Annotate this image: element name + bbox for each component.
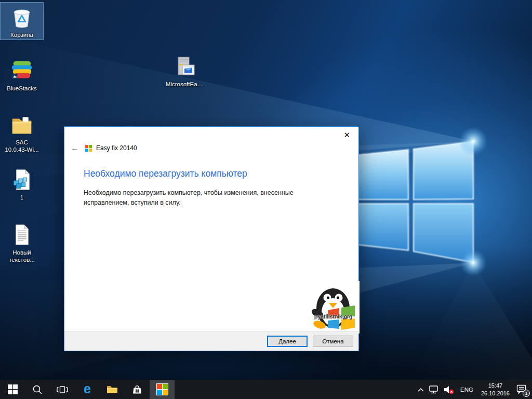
dialog-body-text: Необходимо перезагрузить компьютер, чтоб… [84, 188, 299, 208]
windows-start-icon [8, 384, 18, 394]
volume-button[interactable] [443, 380, 455, 399]
installer-icon [171, 54, 196, 79]
desktop-icon-label: SAC 10.0.43-Wi... [5, 139, 38, 154]
back-arrow-icon[interactable]: ← [71, 144, 81, 152]
watermark-text: pyatilistnik.org [307, 313, 360, 320]
desktop-icon-microsoft-easy-fix[interactable]: MicrosoftEa... [160, 52, 208, 89]
taskbar: e [0, 380, 532, 399]
search-icon [32, 384, 43, 395]
network-icon [428, 384, 440, 395]
volume-muted-icon [443, 384, 455, 395]
dialog-title: Easy fix 20140 [96, 144, 137, 152]
network-button[interactable] [428, 380, 440, 399]
folder-icon [9, 112, 34, 137]
desktop-icon-label: BlueStacks [7, 85, 37, 92]
registry-file-icon [9, 167, 34, 192]
file-explorer-button[interactable] [100, 380, 125, 399]
file-explorer-icon [107, 385, 118, 394]
easy-fix-dialog: ✕ ← Easy fix 20140 Необходимо перезагруз… [64, 126, 359, 351]
edge-button[interactable]: e [75, 380, 100, 399]
edge-icon: e [84, 382, 91, 395]
microsoft-logo-icon [156, 383, 168, 395]
store-icon [132, 384, 142, 395]
cancel-button[interactable]: Отмена [313, 336, 353, 347]
microsoft-logo-icon [85, 145, 92, 152]
dialog-heading: Необходимо перезагрузить компьютер [84, 168, 247, 179]
tray-time: 15:47 [481, 382, 510, 389]
close-icon[interactable]: ✕ [341, 129, 352, 140]
search-button[interactable] [25, 380, 50, 399]
next-button[interactable]: Далее [267, 336, 308, 347]
penguin-windows-logo [307, 281, 360, 334]
chevron-up-icon [417, 387, 424, 392]
taskbar-left: e [0, 380, 175, 399]
tray-date: 26.10.2016 [481, 390, 510, 397]
recycle-bin-icon [9, 5, 34, 30]
desktop-icon-bluestacks[interactable]: BlueStacks [1, 56, 43, 93]
action-center-button[interactable]: 1 [515, 380, 529, 399]
tray-chevron-button[interactable] [417, 380, 424, 399]
store-button[interactable] [125, 380, 150, 399]
clock[interactable]: 15:47 26.10.2016 [479, 380, 512, 399]
start-button[interactable] [0, 380, 25, 399]
desktop-screen: Корзина BlueStacks SAC 10.0.43-Wi... [0, 0, 532, 399]
desktop-icon-text-document[interactable]: Новый текстов... [1, 220, 43, 265]
dialog-footer: Далее Отмена [64, 331, 358, 351]
easy-fix-taskbar-app[interactable] [150, 380, 175, 399]
task-view-icon [57, 385, 68, 394]
desktop-icon-label: Корзина [10, 31, 33, 38]
desktop-icon-label: 1 [20, 194, 23, 201]
desktop-icon-sac-folder[interactable]: SAC 10.0.43-Wi... [1, 110, 43, 155]
notification-badge: 1 [523, 390, 530, 397]
task-view-button[interactable] [50, 380, 75, 399]
desktop-icon-recycle-bin[interactable]: Корзина [1, 3, 43, 39]
desktop-icon-registry-file[interactable]: 1 [1, 165, 43, 202]
bluestacks-icon [9, 58, 34, 83]
pyatilistnik-watermark: pyatilistnik.org [307, 281, 360, 334]
text-document-icon [9, 222, 34, 247]
system-tray: ENG 15:47 26.10.2016 1 [417, 380, 531, 399]
desktop-icon-label: MicrosoftEa... [166, 81, 202, 88]
dialog-header: ← Easy fix 20140 [71, 144, 137, 152]
desktop-icon-label: Новый текстов... [9, 249, 35, 264]
language-indicator[interactable]: ENG [458, 380, 475, 399]
